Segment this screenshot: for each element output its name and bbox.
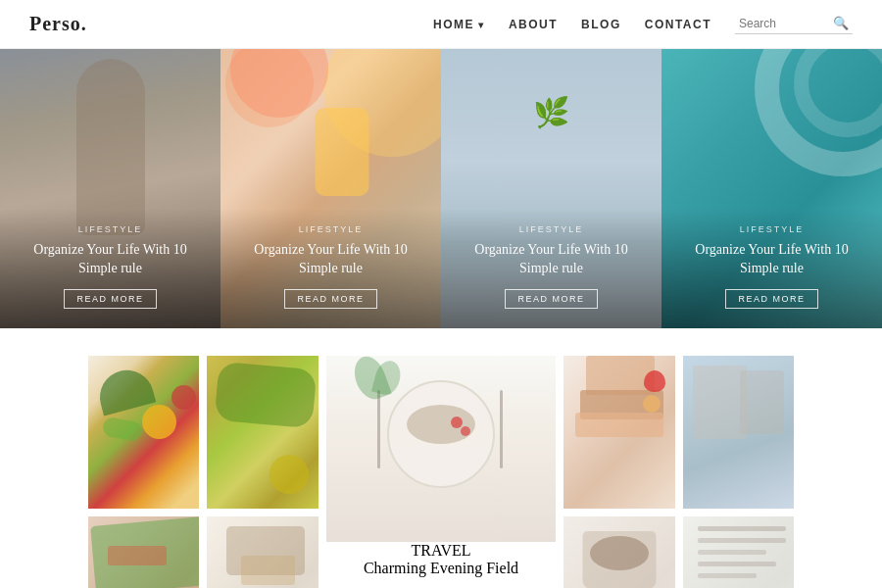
- hero-readmore-3[interactable]: Read More: [505, 289, 597, 309]
- search-bar: 🔍: [735, 14, 853, 34]
- nav-contact[interactable]: CONTACT: [645, 18, 711, 31]
- food-item-2[interactable]: [207, 356, 318, 509]
- main-nav: HOME ABOUT BLOG CONTACT 🔍: [433, 14, 853, 34]
- left-mini-grid: [88, 356, 318, 588]
- food-item-8[interactable]: [683, 516, 794, 588]
- hero-title-3: Organize Your Life With 10 Simple rule: [455, 240, 648, 278]
- food-item-3[interactable]: [88, 516, 199, 588]
- hero-category-1: LIFESTYLE: [14, 224, 207, 234]
- feature-card[interactable]: TRAVEL Charming Evening Field: [326, 356, 557, 588]
- hero-card-2: LIFESTYLE Organize Your Life With 10 Sim…: [220, 49, 441, 328]
- hero-readmore-4[interactable]: Read More: [725, 289, 817, 309]
- search-icon[interactable]: 🔍: [833, 16, 849, 31]
- hero-overlay-3: LIFESTYLE Organize Your Life With 10 Sim…: [441, 209, 662, 328]
- search-input[interactable]: [739, 17, 827, 30]
- hero-card-3: 🌿 LIFESTYLE Organize Your Life With 10 S…: [441, 49, 662, 328]
- hero-category-4: LIFESTYLE: [675, 224, 868, 234]
- right-mini-grid: [564, 356, 794, 588]
- hero-section: LIFESTYLE Organize Your Life With 10 Sim…: [0, 49, 882, 328]
- hero-title-1: Organize Your Life With 10 Simple rule: [14, 240, 207, 278]
- hero-card-1: LIFESTYLE Organize Your Life With 10 Sim…: [0, 49, 220, 328]
- food-item-1[interactable]: [88, 356, 199, 509]
- nav-about[interactable]: ABOUT: [509, 18, 558, 31]
- feature-category: TRAVEL: [411, 542, 470, 560]
- hero-title-2: Organize Your Life With 10 Simple rule: [234, 240, 427, 278]
- hero-category-3: LIFESTYLE: [455, 224, 648, 234]
- hero-overlay-4: LIFESTYLE Organize Your Life With 10 Sim…: [662, 209, 882, 328]
- food-item-6[interactable]: [683, 356, 794, 509]
- nav-home[interactable]: HOME: [433, 18, 485, 31]
- food-item-7[interactable]: [564, 516, 674, 588]
- hero-readmore-2[interactable]: Read More: [284, 289, 376, 309]
- hero-card-4: LIFESTYLE Organize Your Life With 10 Sim…: [662, 49, 882, 328]
- nav-blog[interactable]: BLOG: [581, 18, 621, 31]
- hero-readmore-1[interactable]: Read More: [64, 289, 156, 309]
- content-grid: TRAVEL Charming Evening Field: [88, 356, 794, 588]
- hero-title-4: Organize Your Life With 10 Simple rule: [675, 240, 868, 278]
- hero-overlay-2: LIFESTYLE Organize Your Life With 10 Sim…: [220, 209, 441, 328]
- food-item-4[interactable]: [207, 516, 318, 588]
- header: Perso. HOME ABOUT BLOG CONTACT 🔍: [0, 0, 882, 49]
- logo: Perso.: [29, 13, 87, 35]
- hero-category-2: LIFESTYLE: [234, 224, 427, 234]
- hero-overlay-1: LIFESTYLE Organize Your Life With 10 Sim…: [0, 209, 220, 328]
- content-section: TRAVEL Charming Evening Field: [0, 328, 882, 588]
- feature-title: Charming Evening Field: [364, 560, 518, 577]
- food-item-5[interactable]: [564, 356, 674, 509]
